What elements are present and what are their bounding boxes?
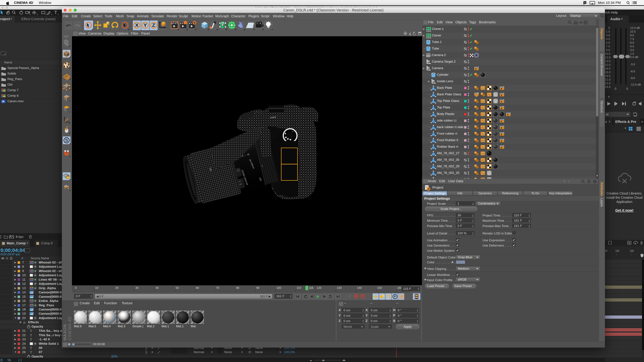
svg-text:T: T (30, 333, 32, 337)
svg-text:T: T (30, 350, 32, 354)
svg-text:0: 0 (75, 286, 76, 289)
svg-text:T: T (30, 329, 32, 333)
svg-text:115: 115 (309, 286, 314, 289)
svg-text:80: 80 (236, 286, 239, 289)
svg-text:0: 0 (433, 80, 434, 82)
svg-text:60: 60 (196, 286, 199, 289)
svg-text:0: 0 (428, 67, 429, 69)
svg-text:X: X (135, 22, 138, 28)
svg-text:Y: Y (144, 22, 147, 28)
svg-text:140: 140 (357, 286, 362, 289)
svg-text:70: 70 (216, 286, 219, 289)
svg-text:S: S (65, 138, 68, 143)
svg-text:10: 10 (95, 286, 98, 289)
svg-text:40: 40 (156, 286, 159, 289)
svg-text:T: T (30, 338, 32, 341)
svg-text:50: 50 (176, 286, 179, 289)
svg-text:8 bpc: 8 bpc (16, 235, 24, 238)
svg-text:100: 100 (276, 286, 281, 289)
svg-text:P: P (394, 295, 396, 298)
svg-text:150: 150 (377, 286, 382, 289)
svg-text:0: 0 (428, 61, 429, 63)
svg-text:T: T (30, 346, 32, 350)
svg-text:160: 160 (397, 286, 402, 289)
svg-text:20: 20 (115, 286, 118, 289)
svg-text:130: 130 (337, 286, 342, 289)
svg-text:120: 120 (317, 286, 321, 289)
svg-text:?: ? (362, 295, 364, 298)
svg-text:110: 110 (296, 286, 301, 289)
svg-text:Z: Z (152, 22, 155, 28)
svg-text:90: 90 (256, 286, 260, 289)
svg-text:30: 30 (135, 286, 138, 289)
svg-text:fx: fx (24, 321, 26, 324)
